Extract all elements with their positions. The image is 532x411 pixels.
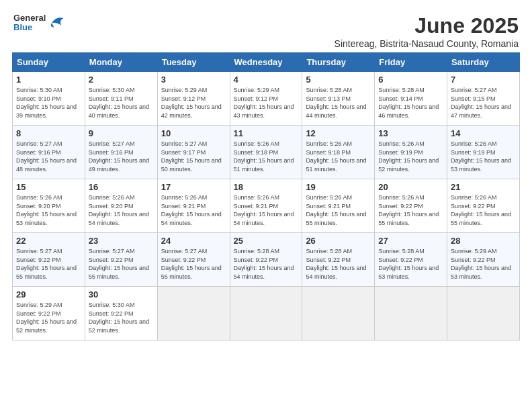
col-thursday: Thursday xyxy=(302,53,375,72)
table-row: 26 Sunrise: 5:28 AM Sunset: 9:22 PM Dayl… xyxy=(302,233,375,287)
logo-blue: Blue xyxy=(13,23,46,32)
table-row: 15 Sunrise: 5:26 AM Sunset: 9:20 PM Dayl… xyxy=(13,179,85,233)
day-info: Sunrise: 5:27 AM Sunset: 9:17 PM Dayligh… xyxy=(161,140,226,173)
table-row xyxy=(230,287,302,340)
table-row: 18 Sunrise: 5:26 AM Sunset: 9:21 PM Dayl… xyxy=(230,179,302,233)
table-row xyxy=(157,287,230,340)
table-row: 20 Sunrise: 5:26 AM Sunset: 9:22 PM Dayl… xyxy=(375,179,447,233)
day-info: Sunrise: 5:28 AM Sunset: 9:22 PM Dayligh… xyxy=(234,247,299,281)
page-title: June 2025 xyxy=(335,13,519,38)
calendar-week-row: 15 Sunrise: 5:26 AM Sunset: 9:20 PM Dayl… xyxy=(13,179,520,233)
day-info: Sunrise: 5:27 AM Sunset: 9:22 PM Dayligh… xyxy=(89,247,154,281)
day-number: 18 xyxy=(234,182,299,192)
table-row: 22 Sunrise: 5:27 AM Sunset: 9:22 PM Dayl… xyxy=(13,233,85,287)
day-info: Sunrise: 5:28 AM Sunset: 9:22 PM Dayligh… xyxy=(306,247,371,281)
calendar-week-row: 1 Sunrise: 5:30 AM Sunset: 9:10 PM Dayli… xyxy=(13,72,520,126)
page-subtitle: Sintereag, Bistrita-Nasaud County, Roman… xyxy=(335,38,519,49)
day-number: 19 xyxy=(306,182,371,192)
day-info: Sunrise: 5:30 AM Sunset: 9:10 PM Dayligh… xyxy=(16,86,81,120)
day-info: Sunrise: 5:26 AM Sunset: 9:20 PM Dayligh… xyxy=(16,193,81,227)
day-number: 8 xyxy=(16,128,81,138)
table-row: 9 Sunrise: 5:27 AM Sunset: 9:16 PM Dayli… xyxy=(85,126,157,179)
day-number: 29 xyxy=(16,289,81,300)
day-info: Sunrise: 5:26 AM Sunset: 9:22 PM Dayligh… xyxy=(451,193,516,227)
table-row: 23 Sunrise: 5:27 AM Sunset: 9:22 PM Dayl… xyxy=(85,233,157,287)
calendar-week-row: 29 Sunrise: 5:29 AM Sunset: 9:22 PM Dayl… xyxy=(13,287,520,340)
day-number: 10 xyxy=(161,128,226,138)
table-row xyxy=(302,287,375,340)
day-number: 13 xyxy=(378,128,443,138)
day-info: Sunrise: 5:26 AM Sunset: 9:18 PM Dayligh… xyxy=(234,140,299,173)
table-row: 21 Sunrise: 5:26 AM Sunset: 9:22 PM Dayl… xyxy=(447,179,520,233)
calendar-week-row: 22 Sunrise: 5:27 AM Sunset: 9:22 PM Dayl… xyxy=(13,233,520,287)
day-info: Sunrise: 5:29 AM Sunset: 9:22 PM Dayligh… xyxy=(16,301,81,334)
table-row: 4 Sunrise: 5:29 AM Sunset: 9:12 PM Dayli… xyxy=(230,72,302,126)
table-row: 2 Sunrise: 5:30 AM Sunset: 9:11 PM Dayli… xyxy=(85,72,157,126)
day-number: 20 xyxy=(378,182,443,192)
day-info: Sunrise: 5:30 AM Sunset: 9:11 PM Dayligh… xyxy=(89,86,154,120)
table-row xyxy=(375,287,447,340)
day-number: 25 xyxy=(234,236,299,246)
title-block: June 2025 Sintereag, Bistrita-Nasaud Cou… xyxy=(335,13,519,49)
table-row: 24 Sunrise: 5:27 AM Sunset: 9:22 PM Dayl… xyxy=(157,233,230,287)
day-info: Sunrise: 5:27 AM Sunset: 9:22 PM Dayligh… xyxy=(16,247,81,281)
table-row: 17 Sunrise: 5:26 AM Sunset: 9:21 PM Dayl… xyxy=(157,179,230,233)
col-monday: Monday xyxy=(85,53,157,72)
day-info: Sunrise: 5:27 AM Sunset: 9:22 PM Dayligh… xyxy=(161,247,226,281)
col-tuesday: Tuesday xyxy=(157,53,230,72)
day-info: Sunrise: 5:26 AM Sunset: 9:19 PM Dayligh… xyxy=(451,140,516,173)
day-info: Sunrise: 5:28 AM Sunset: 9:14 PM Dayligh… xyxy=(378,86,443,120)
day-info: Sunrise: 5:26 AM Sunset: 9:19 PM Dayligh… xyxy=(378,140,443,173)
day-info: Sunrise: 5:29 AM Sunset: 9:12 PM Dayligh… xyxy=(161,86,226,120)
day-number: 5 xyxy=(306,75,371,85)
col-saturday: Saturday xyxy=(447,53,520,72)
calendar-table: Sunday Monday Tuesday Wednesday Thursday… xyxy=(12,52,520,340)
table-row: 7 Sunrise: 5:27 AM Sunset: 9:15 PM Dayli… xyxy=(447,72,520,126)
day-number: 30 xyxy=(89,289,154,300)
day-number: 2 xyxy=(89,75,154,85)
day-number: 16 xyxy=(89,182,154,192)
day-number: 4 xyxy=(234,75,299,85)
table-row: 30 Sunrise: 5:30 AM Sunset: 9:22 PM Dayl… xyxy=(85,287,157,340)
table-row: 25 Sunrise: 5:28 AM Sunset: 9:22 PM Dayl… xyxy=(230,233,302,287)
day-number: 11 xyxy=(234,128,299,138)
table-row: 14 Sunrise: 5:26 AM Sunset: 9:19 PM Dayl… xyxy=(447,126,520,179)
day-number: 6 xyxy=(378,75,443,85)
day-number: 14 xyxy=(451,128,516,138)
day-info: Sunrise: 5:26 AM Sunset: 9:22 PM Dayligh… xyxy=(378,193,443,227)
day-number: 17 xyxy=(161,182,226,192)
table-row: 28 Sunrise: 5:29 AM Sunset: 9:22 PM Dayl… xyxy=(447,233,520,287)
table-row: 3 Sunrise: 5:29 AM Sunset: 9:12 PM Dayli… xyxy=(157,72,230,126)
day-info: Sunrise: 5:30 AM Sunset: 9:22 PM Dayligh… xyxy=(89,301,154,334)
day-number: 28 xyxy=(451,236,516,246)
col-friday: Friday xyxy=(375,53,447,72)
day-info: Sunrise: 5:26 AM Sunset: 9:18 PM Dayligh… xyxy=(306,140,371,173)
table-row: 10 Sunrise: 5:27 AM Sunset: 9:17 PM Dayl… xyxy=(157,126,230,179)
table-row: 6 Sunrise: 5:28 AM Sunset: 9:14 PM Dayli… xyxy=(375,72,447,126)
table-row: 1 Sunrise: 5:30 AM Sunset: 9:10 PM Dayli… xyxy=(13,72,85,126)
day-info: Sunrise: 5:27 AM Sunset: 9:16 PM Dayligh… xyxy=(16,140,81,173)
table-row: 11 Sunrise: 5:26 AM Sunset: 9:18 PM Dayl… xyxy=(230,126,302,179)
table-row: 8 Sunrise: 5:27 AM Sunset: 9:16 PM Dayli… xyxy=(13,126,85,179)
table-row: 16 Sunrise: 5:26 AM Sunset: 9:20 PM Dayl… xyxy=(85,179,157,233)
day-number: 26 xyxy=(306,236,371,246)
day-info: Sunrise: 5:26 AM Sunset: 9:20 PM Dayligh… xyxy=(89,193,154,227)
table-row: 12 Sunrise: 5:26 AM Sunset: 9:18 PM Dayl… xyxy=(302,126,375,179)
table-row xyxy=(447,287,520,340)
day-info: Sunrise: 5:26 AM Sunset: 9:21 PM Dayligh… xyxy=(161,193,226,227)
day-number: 15 xyxy=(16,182,81,192)
day-info: Sunrise: 5:29 AM Sunset: 9:22 PM Dayligh… xyxy=(451,247,516,281)
day-info: Sunrise: 5:26 AM Sunset: 9:21 PM Dayligh… xyxy=(234,193,299,227)
day-info: Sunrise: 5:29 AM Sunset: 9:12 PM Dayligh… xyxy=(234,86,299,120)
day-number: 7 xyxy=(451,75,516,85)
table-row: 5 Sunrise: 5:28 AM Sunset: 9:13 PM Dayli… xyxy=(302,72,375,126)
table-row: 27 Sunrise: 5:28 AM Sunset: 9:22 PM Dayl… xyxy=(375,233,447,287)
day-number: 12 xyxy=(306,128,371,138)
logo-bird-icon xyxy=(47,13,66,32)
calendar-header-row: Sunday Monday Tuesday Wednesday Thursday… xyxy=(13,53,520,72)
logo: General Blue xyxy=(13,13,66,33)
day-number: 23 xyxy=(89,236,154,246)
day-number: 24 xyxy=(161,236,226,246)
page-header: General Blue June 2025 Sintereag, Bistri… xyxy=(7,7,525,52)
day-number: 9 xyxy=(89,128,154,138)
